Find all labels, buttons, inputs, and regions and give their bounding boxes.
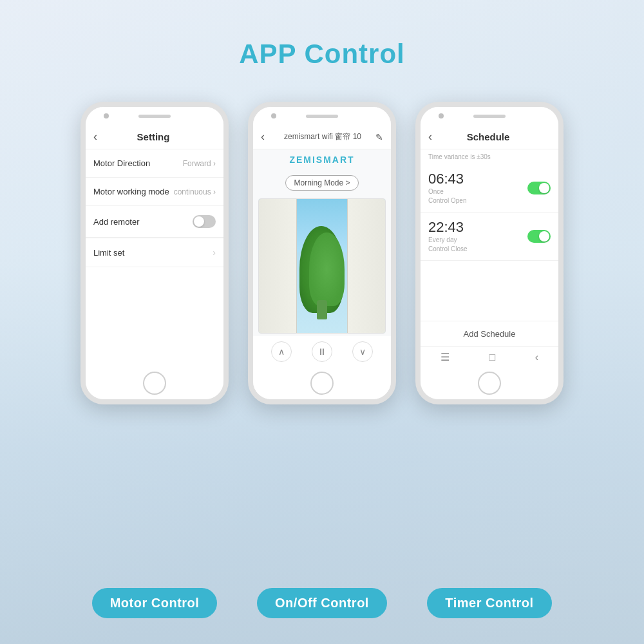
add-schedule-button[interactable]: Add Schedule [421,321,558,346]
phone2-bottom [253,367,391,399]
onoff-control-label: On/Off Control [257,588,387,618]
limit-set-label: Limit set [93,248,124,258]
phones-row: ‹ Setting Motor Direction Forward › Moto… [80,102,564,588]
curtain-right [347,199,385,333]
curtain-left [259,199,297,333]
edit-icon[interactable]: ✎ [375,132,383,142]
app-name: zemismart wifi 窗帘 10 [270,131,375,142]
brand-logo: ZEMISMART [253,149,391,170]
phone2-back-icon[interactable]: ‹ [261,130,265,144]
morning-mode-button[interactable]: Morning Mode > [285,175,358,191]
phone2-screen: ‹ zemismart wifi 窗帘 10 ✎ ZEMISMART Morni… [253,125,391,367]
setting-screen-title: Setting [102,131,204,142]
setting-header: ‹ Setting [86,125,223,149]
timer-label-wrapper: Timer Control [415,588,564,618]
nav-home-icon[interactable]: □ [489,352,495,363]
tree-right [309,232,345,306]
motor-mode-label: Motor working mode [93,187,169,196]
setting-list: Motor Direction Forward › Motor working … [86,149,223,367]
phone2-camera [271,113,276,118]
schedule-header: ‹ Schedule [421,125,558,149]
phone1-speaker [138,115,171,118]
phone3-screen: ‹ Schedule Time variance is ±30s 06:43 O… [421,125,558,367]
motor-direction-label: Motor Direction [93,158,150,168]
schedule-spacer [421,261,558,321]
phone1-bottom [86,367,223,399]
motor-label-wrapper: Motor Control [80,588,229,618]
page-content: APP Control ‹ Setting [0,0,644,644]
schedule-title: Schedule [437,131,539,142]
nav-menu-icon[interactable]: ☰ [440,351,450,363]
cactus [317,300,327,319]
nav-back-icon[interactable]: ‹ [535,352,538,363]
back-arrow-icon[interactable]: ‹ [93,130,97,144]
add-remoter-label: Add remoter [93,217,140,227]
schedule-detail-2: Every dayControl Close [428,236,468,254]
phone1-wrapper: ‹ Setting Motor Direction Forward › Moto… [80,102,229,404]
close-button[interactable]: ∨ [352,341,373,362]
open-button[interactable]: ∧ [271,341,292,362]
phone3-wrapper: ‹ Schedule Time variance is ±30s 06:43 O… [415,102,564,404]
timer-control-label: Timer Control [427,588,551,618]
motor-mode-value: continuous › [174,187,216,196]
schedule-item-1-info: 06:43 OnceControl Open [428,171,466,205]
phone2-speaker [306,115,338,118]
stop-button[interactable]: ⏸ [312,341,332,362]
phone3-camera [439,113,444,118]
app-header2: ‹ zemismart wifi 窗帘 10 ✎ [253,125,391,149]
limit-set-item[interactable]: Limit set › [86,238,223,267]
phone1-screen: ‹ Setting Motor Direction Forward › Moto… [86,125,223,367]
schedule-toggle-2[interactable] [527,230,551,243]
phone2: ‹ zemismart wifi 窗帘 10 ✎ ZEMISMART Morni… [248,102,396,404]
phone3: ‹ Schedule Time variance is ±30s 06:43 O… [415,102,564,404]
phone3-back-icon[interactable]: ‹ [428,130,432,144]
add-remoter-toggle[interactable] [193,215,216,228]
phone1-home-button[interactable] [143,372,166,395]
motor-mode-item[interactable]: Motor working mode continuous › [86,178,223,206]
mode-button-container: Morning Mode > [253,173,391,193]
phone3-top [421,107,558,125]
curtain-illustration [258,198,386,334]
schedule-item-1[interactable]: 06:43 OnceControl Open [421,164,558,213]
add-remoter-item[interactable]: Add remoter [86,206,223,238]
schedule-item-2-info: 22:43 Every dayControl Close [428,219,468,254]
schedule-time-2: 22:43 [428,219,468,236]
schedule-time-1: 06:43 [428,171,466,187]
phone2-top [253,107,391,125]
phone2-wrapper: ‹ zemismart wifi 窗帘 10 ✎ ZEMISMART Morni… [248,102,396,404]
schedule-item-2[interactable]: 22:43 Every dayControl Close [421,213,558,261]
phone1-top [86,107,223,125]
curtain-controls: ∧ ⏸ ∨ [253,336,391,367]
motor-direction-value: Forward › [183,159,216,168]
phone3-speaker [473,115,506,118]
schedule-note: Time variance is ±30s [421,149,558,164]
motor-direction-item[interactable]: Motor Direction Forward › [86,149,223,178]
schedule-toggle-1[interactable] [527,182,551,194]
motor-control-label: Motor Control [92,588,218,618]
onoff-label-wrapper: On/Off Control [248,588,396,618]
phone3-bottom [421,367,558,399]
page-title: APP Control [239,39,405,70]
android-nav: ☰ □ ‹ [421,346,558,367]
phone1-camera [104,113,109,118]
labels-row: Motor Control On/Off Control Timer Contr… [80,588,564,618]
phone1: ‹ Setting Motor Direction Forward › Moto… [80,102,229,404]
phone3-home-button[interactable] [478,372,501,395]
limit-set-chevron: › [213,247,216,258]
schedule-detail-1: OnceControl Open [428,187,466,205]
phone2-home-button[interactable] [310,372,334,395]
